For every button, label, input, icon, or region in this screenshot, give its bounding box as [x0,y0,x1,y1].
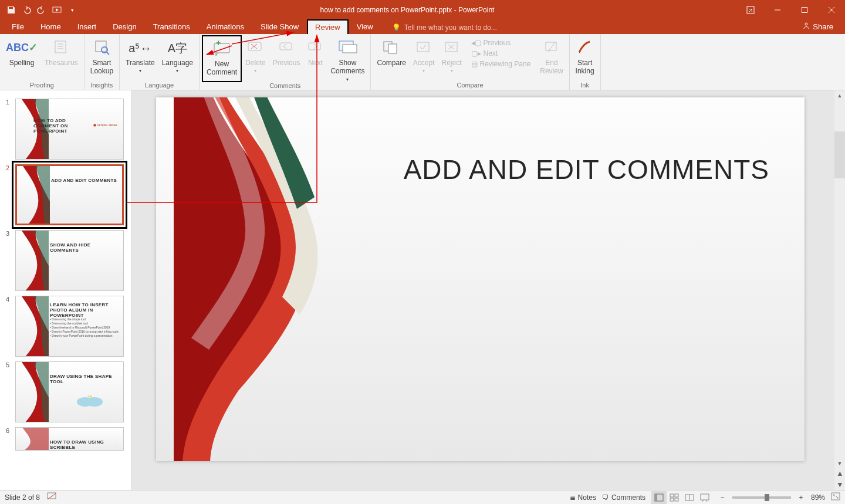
reject-label: Reject [442,59,462,67]
dropdown-icon: ▾ [451,68,453,74]
tab-slideshow[interactable]: Slide Show [252,19,307,34]
compare-icon [383,39,400,56]
tab-transitions[interactable]: Transitions [145,19,198,34]
save-icon[interactable] [6,5,16,15]
previous-comment-button[interactable]: Previous [269,35,304,82]
slide-thumbnail-panel[interactable]: 1 HOW TO ADD COMMENT ON POWERPOINT ◼ sim… [0,90,132,490]
svg-rect-20 [343,45,357,53]
slideshow-start-icon[interactable] [52,5,62,15]
title-bar: ▾ how to add comments on PowerPoint.pptx… [0,0,845,19]
ribbon: ABC✓ Spelling Thesaurus Proofing Smart L… [0,34,845,90]
svg-text:+: + [216,40,221,48]
prev-slide-icon[interactable]: ⯅ [834,469,845,479]
reviewing-pane-button[interactable]: ▤Reviewing Pane [469,59,533,69]
redo-icon[interactable] [36,5,47,15]
tell-me-search[interactable]: 💡 Tell me what you want to do... [387,21,502,34]
spelling-button[interactable]: ABC✓ Spelling [2,35,41,82]
show-comments-button[interactable]: Show Comments ▾ [327,35,368,82]
slide-canvas[interactable]: ADD AND EDIT COMMENTS [156,97,805,461]
language-button[interactable]: A字 Language ▾ [158,35,197,82]
svg-rect-43 [701,494,709,500]
slideshow-view-button[interactable] [697,491,712,504]
slide-thumbnail-1[interactable]: HOW TO ADD COMMENT ON POWERPOINT ◼ simpl… [15,99,124,160]
compare-next-button[interactable]: ▢▸Next [469,48,533,59]
scroll-up-icon[interactable]: ▲ [834,90,845,101]
thumb-number: 5 [6,361,12,422]
maximize-button[interactable] [791,0,818,19]
slide-thumbnail-5[interactable]: DRAW USING THE SHAPE TOOL [15,361,124,422]
comments-icon: 🗨 [602,493,609,502]
compare-previous-button[interactable]: ◂▢Previous [469,38,533,48]
tab-review[interactable]: Review [307,19,349,34]
start-inking-button[interactable]: Start Inking [572,35,598,82]
slide-thumbnail-4[interactable]: LEARN HOW TO INSERT PHOTO ALBUM IN POWER… [15,296,124,357]
zoom-out-button[interactable]: − [718,493,726,502]
end-review-button[interactable]: End Review [536,35,566,82]
show-comments-icon [337,39,357,57]
slide-sorter-view-button[interactable] [667,491,682,504]
smart-lookup-button[interactable]: Smart Lookup [87,35,117,82]
reading-view-button[interactable] [682,491,697,504]
minimize-button[interactable] [764,0,791,19]
svg-rect-36 [655,494,657,501]
fit-to-window-button[interactable] [831,492,840,502]
status-bar: Slide 2 of 8 ≣ Notes 🗨 Comments − + 89% [0,490,845,504]
zoom-slider-thumb[interactable] [765,494,769,501]
new-comment-button[interactable]: + New Comment [202,35,242,82]
tab-design[interactable]: Design [104,19,144,34]
compare-button[interactable]: Compare [373,35,409,82]
translate-label: Translate [126,59,155,67]
svg-rect-22 [388,44,397,53]
next-slide-icon[interactable]: ⯆ [834,479,845,490]
accept-button[interactable]: Accept ▾ [410,35,438,82]
share-button[interactable]: Share [796,19,839,34]
spellcheck-status-icon[interactable] [47,492,56,502]
reject-button[interactable]: Reject ▾ [438,35,465,82]
thesaurus-icon [53,39,69,57]
slide-title-text[interactable]: ADD AND EDIT COMMENTS [404,154,769,185]
tab-insert[interactable]: Insert [69,19,105,34]
reject-icon [444,40,460,56]
scrollbar-thumb[interactable] [834,131,845,178]
group-label-compare: Compare [373,82,566,90]
comments-button[interactable]: 🗨 Comments [602,493,645,502]
accept-label: Accept [413,59,435,67]
close-button[interactable] [818,0,845,19]
tab-home[interactable]: Home [32,19,69,34]
slide-editor-area[interactable]: ADD AND EDIT COMMENTS ▲ ▼ ⯅ ⯆ [136,90,845,490]
scroll-down-icon[interactable]: ▼ [834,458,845,469]
delete-comment-label: Delete [245,59,266,67]
ribbon-display-options-icon[interactable] [737,0,764,19]
previous-comment-label: Previous [273,59,300,67]
tab-animations[interactable]: Animations [198,19,252,34]
previous-comment-icon [278,40,295,56]
notes-icon: ≣ [570,493,576,502]
group-ink: Start Inking Ink [570,34,601,90]
qat-customize-icon[interactable]: ▾ [67,5,77,15]
dropdown-icon: ▾ [422,68,425,74]
slide-thumbnail-6[interactable]: HOW TO DRAW USING SCRIBBLE [15,427,124,451]
slide-counter[interactable]: Slide 2 of 8 [5,493,40,502]
show-comments-label: Show Comments [330,59,364,76]
svg-point-30 [86,397,103,407]
notes-button[interactable]: ≣ Notes [570,493,596,502]
translate-button[interactable]: a⁵↔ Translate ▾ [122,35,158,82]
tab-file[interactable]: File [4,19,32,34]
quick-access-toolbar: ▾ [0,5,77,15]
delete-comment-button[interactable]: Delete ▾ [242,35,269,82]
next-comment-button[interactable]: Next [303,35,327,82]
normal-view-button[interactable] [651,491,667,504]
thumb-title: HOW TO ADD COMMENT ON POWERPOINT [33,118,80,134]
thesaurus-button[interactable]: Thesaurus [41,35,82,82]
reviewing-pane-icon: ▤ [471,60,478,68]
zoom-in-button[interactable]: + [797,493,805,502]
group-language: a⁵↔ Translate ▾ A字 Language ▾ Language [120,34,200,90]
vertical-scrollbar[interactable]: ▲ ▼ ⯅ ⯆ [834,90,845,490]
zoom-slider[interactable] [732,496,791,499]
tab-view[interactable]: View [349,19,381,34]
dropdown-icon: ▾ [346,77,349,83]
undo-icon[interactable] [21,5,32,15]
zoom-level[interactable]: 89% [811,493,825,502]
slide-thumbnail-2[interactable]: ADD AND EDIT COMMENTS [15,164,124,225]
slide-thumbnail-3[interactable]: SHOW AND HIDE COMMENTS [15,230,124,291]
